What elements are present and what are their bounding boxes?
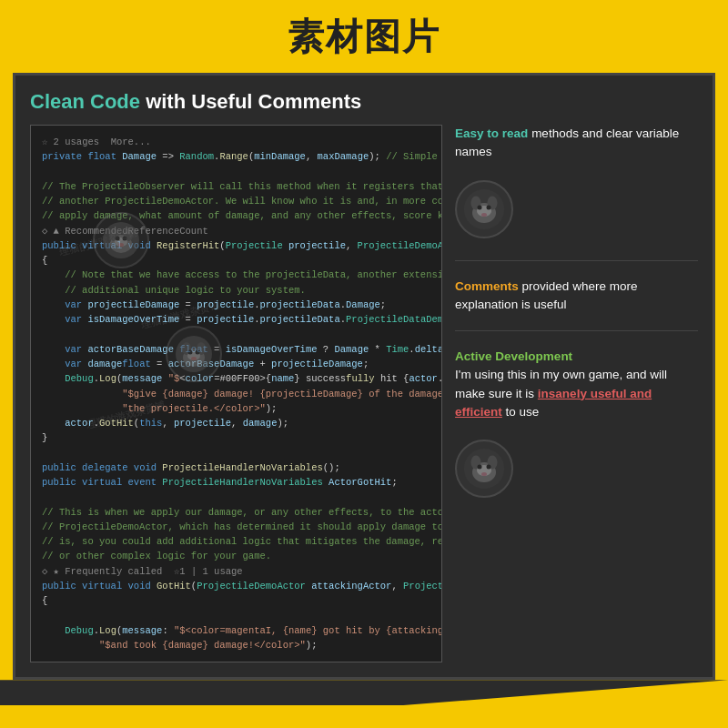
code-line <box>42 490 430 504</box>
two-column-layout: 理猫的游戏杂货铺 理猫的游戏杂货铺 理猫的游戏杂货铺 <box>30 125 698 662</box>
raccoon-overlay-2 <box>166 326 222 382</box>
code-line: private float Damage => Random.Range(min… <box>42 149 430 164</box>
code-line: "$and took {damage} damage!</color>"); <box>42 638 430 652</box>
section-title: Clean Code with Useful Comments <box>30 90 698 114</box>
raccoon-icon-2 <box>455 440 513 498</box>
code-line: // another ProjectileDemoActor. We will … <box>42 194 430 208</box>
code-line: // The ProjectileObserver will call this… <box>42 179 430 194</box>
feat-3-highlight: Active Development <box>455 349 572 363</box>
page-title: 素材图片 <box>288 12 440 62</box>
code-line: // additional unique logic to your syste… <box>42 283 430 298</box>
code-line: // is, so you could add additional logic… <box>42 534 430 549</box>
code-line: "$give {damage} damage! {projectileDamag… <box>42 387 430 401</box>
svg-point-22 <box>487 205 491 209</box>
svg-point-14 <box>196 350 200 355</box>
svg-point-23 <box>481 213 487 217</box>
feature-item-2: Comments provided where more explanation… <box>455 278 698 315</box>
code-line: // ProjectileDemoActor, which has determ… <box>42 520 430 534</box>
svg-point-31 <box>481 472 487 476</box>
code-line <box>42 327 430 341</box>
svg-point-6 <box>123 237 127 241</box>
code-line: var projectileDamage = projectile.projec… <box>42 298 430 312</box>
code-line: } <box>42 430 430 445</box>
code-lines: ☆ 2 usages More...private float Damage =… <box>42 135 430 652</box>
svg-point-29 <box>478 465 482 470</box>
feature-item-3: Active Development I'm using this in my … <box>455 348 698 421</box>
raccoon-icon-1 <box>455 180 513 238</box>
svg-point-15 <box>191 357 197 360</box>
bottom-area: Projectile Factory <box>0 680 728 728</box>
feat-1-highlight: Easy to read <box>455 126 528 140</box>
code-line <box>42 609 430 623</box>
features-panel: Easy to read methods and clear variable … <box>455 125 698 662</box>
feature-divider-2 <box>455 330 698 331</box>
feature-divider-1 <box>455 260 698 261</box>
feat-2-highlight: Comments <box>455 279 519 293</box>
code-line: Debug.Log(message "$<color=#00FF00>{name… <box>42 371 430 386</box>
svg-point-30 <box>487 465 491 470</box>
title-plain: with Useful Comments <box>140 90 361 113</box>
code-line: // This is when we apply our damage, or … <box>42 505 430 520</box>
svg-point-7 <box>118 243 124 247</box>
code-line: var damagefloat = actorBaseDamage + proj… <box>42 357 430 371</box>
feature-item-1: Easy to read methods and clear variable … <box>455 125 698 162</box>
code-line: { <box>42 593 430 608</box>
code-line: // Note that we have access to the proje… <box>42 268 430 282</box>
code-line: // or other complex logic for your game. <box>42 549 430 563</box>
feat-3-text: I'm using this in my own game, and will … <box>455 366 698 421</box>
code-line: Debug.Log(message: "$<color=magentaI, {n… <box>42 623 430 638</box>
code-line: public virtual event ProjectileHandlerNo… <box>42 475 430 490</box>
code-line: public virtual void GotHit(ProjectileDem… <box>42 579 430 593</box>
code-line: ◇ ★ Frequently called ☆1 | 1 usage <box>42 564 430 579</box>
feat-3-highlight2: insanely useful and efficient <box>455 387 652 419</box>
code-line: "the projectile.</color>"); <box>42 401 430 416</box>
code-line <box>42 446 430 460</box>
code-line: public delegate void ProjectileHandlerNo… <box>42 460 430 475</box>
top-header: 素材图片 <box>0 0 728 73</box>
svg-point-5 <box>116 237 120 241</box>
code-line: actor.GotHit(this, projectile, damage); <box>42 416 430 430</box>
code-panel: 理猫的游戏杂货铺 理猫的游戏杂货铺 理猫的游戏杂货铺 <box>30 125 442 662</box>
title-highlight: Clean Code <box>30 90 140 113</box>
svg-point-21 <box>478 205 482 209</box>
svg-point-13 <box>188 350 193 355</box>
code-line: var isDamageOverTime = projectile.projec… <box>42 312 430 327</box>
raccoon-overlay-1 <box>93 212 149 268</box>
code-line <box>42 165 430 179</box>
main-content: Clean Code with Useful Comments 理猫的游戏杂货铺… <box>13 73 715 680</box>
code-line: var actorBaseDamage float = isDamageOver… <box>42 342 430 357</box>
